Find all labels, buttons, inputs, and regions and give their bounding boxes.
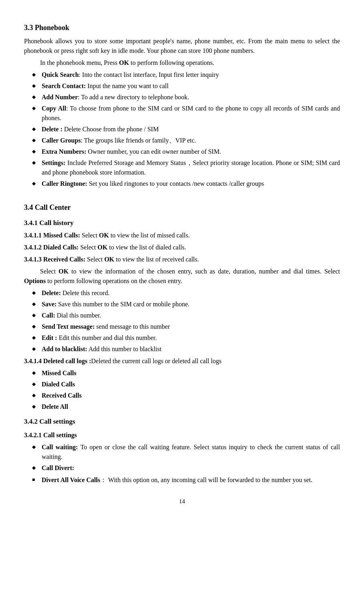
section-3-4-1: 3.4.1 Call history 3.4.1.1 Missed Calls:… <box>24 218 340 412</box>
deleted-call-logs-bullets: Missed Calls Dialed Calls Received Calls… <box>24 368 340 412</box>
bullet-extra-numbers: Extra Numbers: Owner number, you can edi… <box>32 147 340 157</box>
bullet-caller-groups: Caller Groups: The groups like friends o… <box>32 136 340 145</box>
call-divert-bullets: Divert All Voice Calls： With this option… <box>24 475 340 485</box>
bullet-search-contact: Search Contact: Input the name you want … <box>32 81 340 91</box>
phonebook-intro2: In the phonebook menu, Press OK to perfo… <box>24 58 340 68</box>
heading-3-4-2: 3.4.2 Call settings <box>24 416 340 427</box>
para-3-4-1-4: 3.4.1.4 Deleted call logs :Deleted the c… <box>24 356 340 366</box>
phonebook-bullets: Quick Search: Into the contact list inte… <box>24 70 340 189</box>
bullet-call-waiting: Call waiting: To open or close the call … <box>32 442 340 462</box>
heading-3-4-2-1: 3.4.2.1 Call settings <box>24 430 340 440</box>
para-3-4-1-2: 3.4.1.2 Dialed Calls: Select OK to view … <box>24 243 340 252</box>
bullet-missed-calls: Missed Calls <box>32 368 340 378</box>
section-3-4-2: 3.4.2 Call settings 3.4.2.1 Call setting… <box>24 416 340 485</box>
page-number: 14 <box>24 497 340 506</box>
call-settings-bullets: Call waiting: To open or close the call … <box>24 442 340 473</box>
heading-3-4-1: 3.4.1 Call history <box>24 218 340 228</box>
bullet-received-calls: Received Calls <box>32 391 340 400</box>
bullet-call-divert: Call Divert: <box>32 463 340 473</box>
bullet-delete-all: Delete All <box>32 402 340 412</box>
bullet-ch-save: Save: Save this number to the SIM card o… <box>32 300 340 309</box>
bullet-ch-blacklist: Add to blacklist: Add this number to bla… <box>32 344 340 354</box>
bullet-ch-edit: Edit : Edit this number and dial this nu… <box>32 333 340 343</box>
bullet-ch-call: Call: Dial this number. <box>32 311 340 320</box>
bullet-settings: Settings: Include Preferred Storage and … <box>32 158 340 177</box>
heading-3-3: 3.3 Phonebook <box>24 22 340 33</box>
heading-3-4: 3.4 Call Center <box>24 202 340 213</box>
section-3-4: 3.4 Call Center 3.4.1 Call history 3.4.1… <box>24 202 340 485</box>
para-3-4-1-select: Select OK to view the information of the… <box>24 267 340 286</box>
section-3-3: 3.3 Phonebook Phonebook allows you to st… <box>24 22 340 189</box>
para-3-4-1-3: 3.4.1.3 Received Calls: Select OK to vie… <box>24 255 340 264</box>
bullet-ch-send-text: Send Text message: send message to this … <box>32 322 340 332</box>
bullet-caller-ringtone: Caller Ringtone: Set you liked ringtones… <box>32 179 340 189</box>
bullet-quick-search: Quick Search: Into the contact list inte… <box>32 70 340 80</box>
bullet-ch-delete: Delete: Delete this record. <box>32 288 340 298</box>
bullet-delete: Delete : Delete Choose from the phone / … <box>32 125 340 134</box>
bullet-add-number: Add Number: To add a new directory to te… <box>32 92 340 102</box>
bullet-dialed-calls: Dialed Calls <box>32 380 340 389</box>
bullet-copy-all: Copy All: To choose from phone to the SI… <box>32 104 340 123</box>
bullet-divert-all-voice: Divert All Voice Calls： With this option… <box>32 475 340 485</box>
phonebook-intro1: Phonebook allows you to store some impor… <box>24 36 340 56</box>
para-3-4-1-1: 3.4.1.1 Missed Calls: Select OK to view … <box>24 231 340 240</box>
call-history-bullets: Delete: Delete this record. Save: Save t… <box>24 288 340 354</box>
